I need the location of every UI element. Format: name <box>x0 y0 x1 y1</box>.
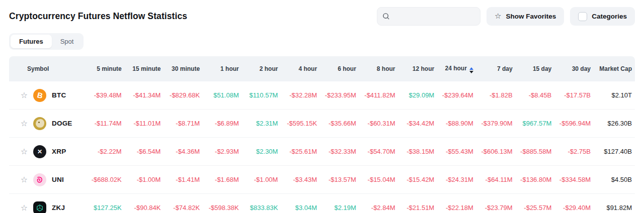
netflow-value: -$54.70M <box>358 138 397 166</box>
table-row-uni[interactable]: ☆UNI-$688.02K-$1.00M-$1.41M-$1.68M-$1.00… <box>9 166 635 194</box>
netflow-value: -$24.31M <box>436 166 475 194</box>
netflow-value: -$829.68K <box>163 81 202 110</box>
column-header-symbol[interactable]: Symbol <box>9 56 85 81</box>
netflow-value: -$32.33M <box>319 138 358 166</box>
netflow-value: -$1.00M <box>124 166 163 194</box>
netflow-value: -$2.22M <box>85 138 124 166</box>
netflow-value: -$2.84M <box>358 194 397 213</box>
column-header-15-day[interactable]: 15 day <box>515 56 554 81</box>
search-input[interactable] <box>394 13 474 20</box>
column-header-market-cap[interactable]: Market Cap <box>593 56 635 81</box>
column-header-15-minute[interactable]: 15 minute <box>124 56 163 81</box>
column-header-24-hour[interactable]: 24 hour <box>436 56 475 81</box>
netflow-value: -$8.45B <box>515 81 554 110</box>
search-box[interactable] <box>377 7 480 26</box>
table-row-btc[interactable]: ☆BBTC-$39.48M-$41.34M-$829.68K$51.08M$11… <box>9 81 635 110</box>
categories-label: Categories <box>592 13 627 20</box>
netflow-value: -$334.58M <box>553 166 593 194</box>
show-favorites-label: Show Favorites <box>506 13 556 20</box>
market-cap-value: $127.40B <box>593 138 635 166</box>
netflow-value: -$598.38K <box>202 194 241 213</box>
netflow-value: -$55.43M <box>436 138 475 166</box>
zkj-coin-icon <box>33 201 46 213</box>
netflow-value: -$23.79M <box>475 194 515 213</box>
xrp-coin-icon: ✕ <box>33 145 46 158</box>
netflow-value: $110.57M <box>241 81 280 110</box>
column-header-30-minute[interactable]: 30 minute <box>163 56 202 81</box>
netflow-value: -$34.42M <box>397 110 437 138</box>
favorite-star-icon[interactable]: ☆ <box>19 90 28 100</box>
categories-checkbox[interactable] <box>578 12 587 21</box>
symbol-label: ZKJ <box>52 204 65 211</box>
column-header-4-hour[interactable]: 4 hour <box>280 56 319 81</box>
netflow-value: -$90.84K <box>124 194 163 213</box>
netflow-value: -$2.93M <box>202 138 241 166</box>
netflow-value: -$1.41M <box>163 166 202 194</box>
netflow-value: -$11.01M <box>124 110 163 138</box>
netflow-value: -$606.13M <box>475 138 515 166</box>
netflow-value: -$25.57M <box>515 194 554 213</box>
column-header-30-day[interactable]: 30 day <box>553 56 593 81</box>
netflow-value: -$64.11M <box>475 166 515 194</box>
sort-arrows-icon <box>469 67 473 73</box>
netflow-value: $3.04M <box>280 194 319 213</box>
star-icon: ☆ <box>495 12 501 21</box>
netflow-value: -$38.15M <box>397 138 437 166</box>
netflow-value: -$29.40M <box>553 194 593 213</box>
top-bar: Cryptocurrency Futures Netflow Statistic… <box>9 0 635 26</box>
column-header-7-day[interactable]: 7 day <box>475 56 515 81</box>
column-header-2-hour[interactable]: 2 hour <box>241 56 280 81</box>
favorite-star-icon[interactable]: ☆ <box>19 119 28 128</box>
market-cap-value: $91.82M <box>593 194 635 213</box>
netflow-value: -$885.58M <box>515 138 554 166</box>
netflow-value: -$35.66M <box>319 110 358 138</box>
table-row-xrp[interactable]: ☆✕XRP-$2.22M-$6.54M-$4.36M-$2.93M$2.30M-… <box>9 138 635 166</box>
netflow-value: $967.57M <box>515 110 554 138</box>
column-header-12-hour[interactable]: 12 hour <box>397 56 437 81</box>
table-row-doge[interactable]: ☆DOGE-$11.74M-$11.01M-$8.71M-$6.89M$2.31… <box>9 110 635 138</box>
netflow-value: -$22.18M <box>436 194 475 213</box>
netflow-value: -$233.95M <box>319 81 358 110</box>
netflow-value: -$39.48M <box>85 81 124 110</box>
favorite-star-icon[interactable]: ☆ <box>19 147 28 156</box>
netflow-value: -$17.57B <box>553 81 593 110</box>
favorite-star-icon[interactable]: ☆ <box>19 175 28 184</box>
netflow-value: -$1.82B <box>475 81 515 110</box>
market-cap-value: $4.50B <box>593 166 635 194</box>
netflow-value: $127.25K <box>85 194 124 213</box>
market-cap-value: $26.30B <box>593 110 635 138</box>
column-header-5-minute[interactable]: 5 minute <box>85 56 124 81</box>
netflow-value: $29.09M <box>397 81 437 110</box>
netflow-value: -$13.57M <box>319 166 358 194</box>
netflow-value: -$1.68M <box>202 166 241 194</box>
search-icon <box>382 13 390 20</box>
tab-futures[interactable]: Futures <box>11 35 52 48</box>
column-header-6-hour[interactable]: 6 hour <box>319 56 358 81</box>
netflow-value: -$11.74M <box>85 110 124 138</box>
netflow-value: -$21.51M <box>397 194 437 213</box>
netflow-value: $2.31M <box>241 110 280 138</box>
netflow-value: -$32.28M <box>280 81 319 110</box>
netflow-table: Symbol5 minute15 minute30 minute1 hour2 … <box>9 56 635 213</box>
netflow-value: -$41.34M <box>124 81 163 110</box>
table-body: ☆BBTC-$39.48M-$41.34M-$829.68K$51.08M$11… <box>9 81 635 213</box>
categories-button[interactable]: Categories <box>570 7 635 26</box>
column-header-1-hour[interactable]: 1 hour <box>202 56 241 81</box>
show-favorites-button[interactable]: ☆ Show Favorites <box>487 7 564 26</box>
netflow-value: $833.83K <box>241 194 280 213</box>
favorite-star-icon[interactable]: ☆ <box>19 203 28 212</box>
netflow-value: -$411.82M <box>358 81 397 110</box>
netflow-value: -$88.90M <box>436 110 475 138</box>
netflow-value: -$8.71M <box>163 110 202 138</box>
column-header-8-hour[interactable]: 8 hour <box>358 56 397 81</box>
netflow-value: -$15.04M <box>358 166 397 194</box>
netflow-value: $2.19M <box>319 194 358 213</box>
netflow-value: -$239.64M <box>436 81 475 110</box>
uni-coin-icon <box>33 173 46 186</box>
tab-spot[interactable]: Spot <box>52 35 83 48</box>
netflow-value: -$74.82K <box>163 194 202 213</box>
table-row-zkj[interactable]: ☆ZKJ$127.25K-$90.84K-$74.82K-$598.38K$83… <box>9 194 635 213</box>
symbol-label: XRP <box>52 148 66 155</box>
netflow-value: -$595.15K <box>280 110 319 138</box>
symbol-label: DOGE <box>52 120 72 127</box>
